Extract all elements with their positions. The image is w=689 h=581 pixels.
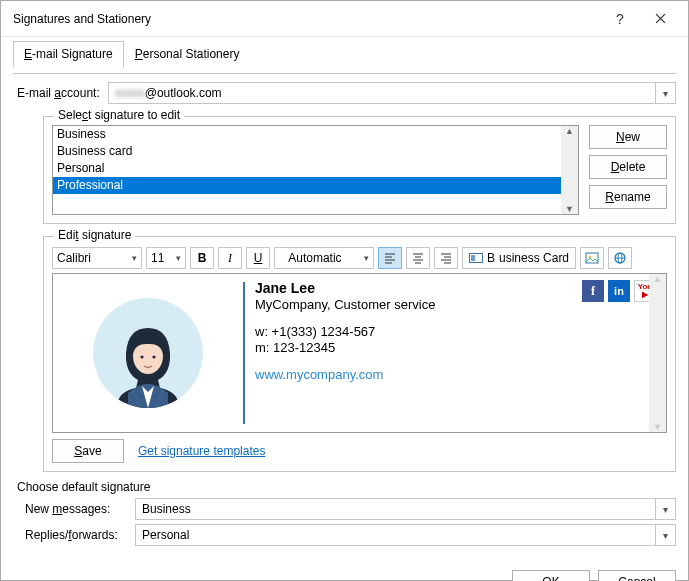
ok-button[interactable]: OK: [512, 570, 590, 581]
new-messages-label: New messages:: [25, 502, 127, 516]
signature-list[interactable]: Business Business card Personal Professi…: [52, 125, 579, 215]
business-card-icon: [469, 253, 483, 263]
chevron-down-icon: ▾: [655, 525, 675, 545]
cancel-button[interactable]: Cancel: [598, 570, 676, 581]
window-title: Signatures and Stationery: [13, 12, 600, 26]
align-left-button[interactable]: [378, 247, 402, 269]
delete-button[interactable]: Delete: [589, 155, 667, 179]
tab-email-signature[interactable]: E-mail Signature: [13, 41, 124, 68]
signature-item-selected[interactable]: Professional: [53, 177, 578, 194]
svg-rect-14: [586, 253, 598, 263]
font-color-select[interactable]: Automatic▾: [274, 247, 374, 269]
signatures-dialog: Signatures and Stationery ? E-mail Signa…: [0, 0, 689, 581]
close-button[interactable]: [640, 5, 680, 33]
signature-item[interactable]: Business card: [53, 143, 578, 160]
business-card-button[interactable]: Business Card: [462, 247, 576, 269]
insert-hyperlink-button[interactable]: [608, 247, 632, 269]
signature-phone-mobile: m: 123-12345: [255, 340, 656, 355]
new-messages-select[interactable]: Business ▾: [135, 498, 676, 520]
align-right-button[interactable]: [434, 247, 458, 269]
avatar: [93, 298, 203, 408]
social-icons: f in You▶: [582, 280, 656, 302]
italic-button[interactable]: I: [218, 247, 242, 269]
signature-item[interactable]: Personal: [53, 160, 578, 177]
chevron-down-icon: ▾: [655, 499, 675, 519]
linkedin-icon: in: [608, 280, 630, 302]
get-templates-link[interactable]: Get signature templates: [138, 444, 265, 458]
email-account-label: E-mail account:: [17, 86, 100, 100]
choose-default-legend: Choose default signature: [17, 480, 676, 494]
tab-personal-stationery[interactable]: Personal Stationery: [124, 41, 251, 68]
email-account-select[interactable]: xxxxx @outlook.com ▾: [108, 82, 676, 104]
format-toolbar: Calibri▾ 11▾ B I U Automatic▾: [52, 247, 667, 269]
align-center-button[interactable]: [406, 247, 430, 269]
replies-forwards-label: Replies/forwards:: [25, 528, 127, 542]
scrollbar[interactable]: ▲▼: [561, 126, 578, 214]
chevron-down-icon: ▾: [655, 83, 675, 103]
editor-scrollbar[interactable]: ▲▼: [649, 274, 666, 432]
insert-picture-button[interactable]: [580, 247, 604, 269]
font-select[interactable]: Calibri▾: [52, 247, 142, 269]
new-button[interactable]: New: [589, 125, 667, 149]
help-button[interactable]: ?: [600, 5, 640, 33]
select-signature-legend: Select signature to edit: [54, 108, 184, 122]
titlebar: Signatures and Stationery ?: [1, 1, 688, 37]
font-size-select[interactable]: 11▾: [146, 247, 186, 269]
signature-editor[interactable]: Jane Lee MyCompany, Customer service w: …: [52, 273, 667, 433]
signature-website: www.mycompany.com: [255, 367, 656, 382]
svg-point-20: [140, 355, 143, 358]
rename-button[interactable]: Rename: [589, 185, 667, 209]
svg-point-21: [152, 355, 155, 358]
tab-strip: E-mail Signature Personal Stationery: [13, 41, 676, 68]
replies-forwards-select[interactable]: Personal ▾: [135, 524, 676, 546]
save-button[interactable]: Save: [52, 439, 124, 463]
dialog-footer: OK Cancel: [1, 560, 688, 581]
bold-button[interactable]: B: [190, 247, 214, 269]
signature-item[interactable]: Business: [53, 126, 578, 143]
facebook-icon: f: [582, 280, 604, 302]
underline-button[interactable]: U: [246, 247, 270, 269]
signature-phone-work: w: +1(333) 1234-567: [255, 324, 656, 339]
edit-signature-legend: Edit signature: [54, 228, 135, 242]
